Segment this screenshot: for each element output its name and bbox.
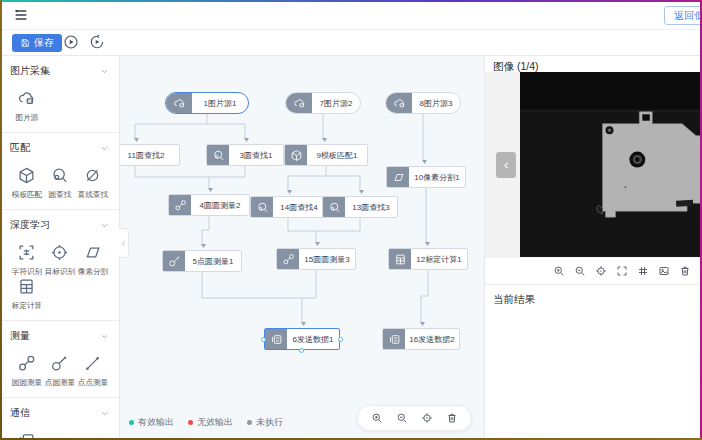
image-icon[interactable] — [658, 265, 670, 277]
legend-dot — [188, 420, 193, 425]
crosshair-icon[interactable] — [595, 265, 607, 277]
save-button[interactable]: 保存 — [12, 34, 62, 52]
prev-image-button[interactable] — [496, 152, 516, 178]
chevron-down-icon[interactable] — [100, 144, 109, 153]
flow-node-7图片源2[interactable]: 7图片源2 — [285, 92, 361, 114]
flow-node-15圆圆测量3[interactable]: 15圆圆测量3 — [276, 248, 356, 270]
sidebar-item-label: 点圆测量 — [44, 377, 74, 387]
section-title: 图片采集 — [10, 64, 50, 78]
trash-icon[interactable] — [446, 412, 458, 424]
node-label: 12标定计算1 — [411, 254, 467, 265]
legend-dot — [129, 420, 134, 425]
cloud-icon — [386, 93, 412, 113]
flow-node-9模板匹配1[interactable]: 9模板匹配1 — [284, 144, 368, 166]
node-label: 14圆查找4 — [273, 202, 325, 213]
node-label: 15圆圆测量3 — [299, 254, 355, 265]
image-panel-title: 图像 (1/4) — [485, 56, 702, 72]
flow-node-1图片源1[interactable]: 1图片源1 — [165, 92, 249, 114]
sidebar-item-目标识别[interactable]: 目标识别 — [43, 243, 76, 277]
chevron-down-icon[interactable] — [100, 67, 109, 76]
chevron-down-icon[interactable] — [100, 409, 109, 418]
segment-icon — [83, 243, 102, 262]
flow-node-5点圆测量1[interactable]: 5点圆测量1 — [162, 250, 242, 272]
sidebar-item-圆圆测量[interactable]: 圆圆测量 — [10, 354, 43, 388]
crosshair-icon[interactable] — [421, 412, 433, 424]
flow-node-14圆查找4[interactable]: 14圆查找4 — [250, 196, 326, 218]
sidebar-item-点点测量[interactable]: 点点测量 — [76, 354, 109, 388]
app-header: 返回低代 — [0, 0, 702, 30]
sidebar-item-label: 像素分割 — [77, 266, 107, 276]
zoom-out-icon[interactable] — [574, 265, 586, 277]
section-title: 匹配 — [10, 141, 30, 155]
measure-pc-icon — [163, 251, 185, 271]
flow-node-12标定计算1[interactable]: 12标定计算1 — [388, 248, 468, 270]
sidebar-section: 匹配模板匹配圆查找直线查找 — [0, 133, 119, 210]
node-label: 6发送数据1 — [287, 334, 339, 345]
flow-edge — [288, 218, 316, 244]
sidebar-item-label: 字符识别 — [11, 266, 41, 276]
sidebar-item-图片源[interactable]: 图片源 — [10, 89, 43, 123]
flow-node-10像素分割1[interactable]: 10像素分割1 — [386, 166, 466, 188]
save-icon — [20, 38, 30, 48]
menu-icon[interactable] — [12, 7, 30, 23]
node-label: 8图片源3 — [412, 98, 460, 109]
back-to-lowcode-button[interactable]: 返回低代 — [664, 6, 702, 25]
circle-search-icon — [207, 145, 229, 165]
flow-edge — [326, 176, 360, 192]
flow-node-11圆查找2[interactable]: 11圆查找2 — [120, 144, 180, 166]
run-loop-button[interactable] — [88, 34, 106, 52]
flow-node-8图片源3[interactable]: 8图片源3 — [385, 92, 461, 114]
sidebar-item-直线查找[interactable]: 直线查找 — [76, 166, 109, 200]
camera-image — [520, 72, 702, 257]
sidebar-item-像素分割[interactable]: 像素分割 — [76, 243, 109, 277]
node-handle[interactable] — [338, 337, 343, 342]
flow-canvas[interactable]: 1图片源17图片源28图片源311圆查找23圆查找19模板匹配110像素分割14… — [120, 56, 484, 440]
chevron-down-icon[interactable] — [100, 221, 109, 230]
run-button[interactable] — [62, 34, 80, 52]
grid-icon[interactable] — [637, 265, 649, 277]
chevron-down-icon[interactable] — [100, 332, 109, 341]
segment-icon — [387, 167, 409, 187]
section-title: 通信 — [10, 406, 30, 420]
device-icon — [383, 329, 405, 349]
measure-cc-icon — [169, 195, 191, 215]
flow-node-3圆查找1[interactable]: 3圆查找1 — [206, 144, 284, 166]
flow-edge — [135, 114, 207, 140]
image-viewer — [485, 72, 702, 258]
doc-icon — [17, 277, 36, 296]
circle-search-icon — [323, 197, 345, 217]
sidebar-item-label: 点点测量 — [77, 377, 107, 387]
node-handle[interactable] — [261, 337, 266, 342]
status-legend: 有效输出无效输出未执行 — [129, 416, 283, 429]
sidebar-item-模板匹配[interactable]: 模板匹配 — [10, 166, 43, 200]
node-handle[interactable] — [299, 348, 304, 353]
sidebar-item-圆查找[interactable]: 圆查找 — [43, 166, 76, 200]
flow-node-16发送数据2[interactable]: 16发送数据2 — [382, 328, 460, 350]
flow-node-4圆圆测量2[interactable]: 4圆圆测量2 — [168, 194, 250, 216]
trash-icon[interactable] — [679, 265, 691, 277]
flow-edge — [302, 270, 316, 298]
legend-label: 无效输出 — [197, 416, 233, 429]
sidebar-item-label: 模板匹配 — [11, 189, 41, 199]
sidebar-item-标定计算[interactable]: 标定计算 — [10, 277, 43, 311]
sidebar-item-label: 标定计算 — [11, 300, 41, 310]
flow-node-13圆查找3[interactable]: 13圆查找3 — [322, 196, 398, 218]
sidebar-item-字符识别[interactable]: 字符识别 — [10, 243, 43, 277]
node-label: 9模板匹配1 — [307, 150, 367, 161]
device-icon — [265, 329, 287, 349]
sidebar-item-device[interactable] — [10, 431, 43, 440]
flow-edge — [421, 270, 428, 324]
sidebar-item-label: 圆圆测量 — [11, 377, 41, 387]
measure-cc-icon — [17, 354, 36, 373]
sidebar-section: 通信 — [0, 398, 119, 440]
flow-edge — [207, 124, 245, 140]
sidebar-collapse-tab[interactable] — [119, 228, 129, 258]
zoom-in-icon[interactable] — [553, 265, 565, 277]
sidebar-item-点圆测量[interactable]: 点圆测量 — [43, 354, 76, 388]
zoom-in-icon[interactable] — [371, 412, 383, 424]
node-label: 5点圆测量1 — [185, 256, 241, 267]
zoom-out-icon[interactable] — [396, 412, 408, 424]
fullscreen-icon[interactable] — [616, 265, 628, 277]
right-panel: 图像 (1/4) 当前结果 — [484, 56, 702, 440]
flow-node-6发送数据1[interactable]: 6发送数据1 — [264, 328, 340, 350]
